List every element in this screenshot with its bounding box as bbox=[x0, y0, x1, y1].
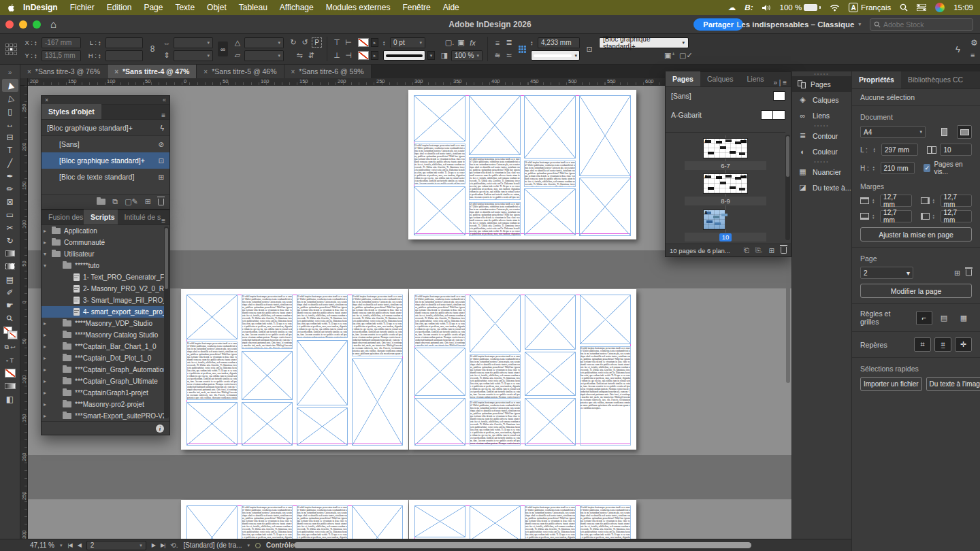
direct-selection-tool[interactable]: ▷ bbox=[2, 92, 18, 105]
wrap-options-dropdown[interactable]: ▾ bbox=[531, 50, 580, 61]
stroke-color-menu[interactable]: ▸ bbox=[371, 38, 378, 47]
preflight-menu-icon[interactable]: ⟲. bbox=[170, 541, 178, 549]
text-frame[interactable]: Ut nihil turpius hostemque persecutus ta… bbox=[580, 505, 631, 539]
chevron-right-icon[interactable]: ▸ bbox=[42, 413, 48, 419]
page[interactable]: Ut nihil turpius hostemque persecutus ta… bbox=[409, 289, 636, 450]
wrap-object-icon[interactable]: ≋ bbox=[493, 51, 502, 60]
next-page-button[interactable]: ▶ bbox=[152, 542, 155, 548]
graphic-frame[interactable] bbox=[297, 340, 348, 406]
script-folder[interactable]: ▸****Masonry_VDP_Studio bbox=[42, 318, 164, 329]
clear-overrides-icon[interactable]: ▣⁺ bbox=[664, 51, 674, 60]
script-folder[interactable]: ▸***Captain_Graph_Ultimate bbox=[42, 375, 164, 387]
margin-top-field[interactable]: 12,7 mm bbox=[880, 195, 911, 207]
chevron-right-icon[interactable]: ▸ bbox=[42, 390, 48, 396]
collapse-panel-icon[interactable]: » bbox=[2, 66, 18, 79]
distribute-v-icon[interactable]: ⊣ bbox=[344, 51, 353, 60]
graphic-frame[interactable] bbox=[470, 505, 521, 539]
page[interactable]: Ut nihil turpius hostemque persecutus ta… bbox=[409, 500, 636, 539]
menu-fenetre[interactable]: Fenêtre bbox=[396, 0, 436, 15]
panel-menu-icon[interactable]: ≡ bbox=[161, 217, 169, 224]
workspace-switcher[interactable]: Les indispensables – Classique▾ bbox=[736, 18, 861, 31]
corner-options-icon[interactable]: ▢. bbox=[445, 38, 455, 47]
tab-calques[interactable]: Calques bbox=[700, 71, 740, 86]
margin-right-field[interactable]: 12,7 mm bbox=[941, 195, 972, 207]
new-spread-icon[interactable]: ⎘. bbox=[755, 246, 763, 254]
scale-y-field[interactable]: ▾ bbox=[174, 50, 213, 61]
dock-item-calques[interactable]: ◈Calques bbox=[792, 92, 851, 107]
stroke-style-menu[interactable]: ▾ bbox=[427, 51, 435, 60]
apply-gradient-button[interactable] bbox=[2, 380, 18, 393]
page-number-dropdown[interactable]: 2▾ bbox=[860, 267, 913, 279]
ruler-origin[interactable] bbox=[20, 78, 28, 86]
dock-grip[interactable]: ••••• bbox=[792, 71, 851, 76]
text-frame[interactable]: Ut nihil turpius hostemque persecutus ta… bbox=[297, 505, 348, 539]
gear-icon[interactable]: ⚙ bbox=[970, 38, 978, 48]
collapse-icon[interactable]: « bbox=[163, 97, 166, 103]
stroke-weight-stepper[interactable]: ▴▾ bbox=[383, 40, 388, 46]
x-position-field[interactable]: -167 mm bbox=[42, 37, 81, 48]
scripts-scrollbar[interactable] bbox=[164, 227, 169, 418]
graphic-frame[interactable] bbox=[525, 352, 576, 396]
style-item-text[interactable]: [Bloc de texte standard]⊞ bbox=[42, 169, 169, 185]
object-style-dropdown[interactable]: [Bloc graphique standard]+▾ bbox=[599, 37, 689, 48]
input-source[interactable]: A Français bbox=[849, 3, 891, 12]
script-folder[interactable]: ▸Communauté bbox=[42, 237, 164, 248]
doc-height-field[interactable]: 210 mm bbox=[881, 162, 915, 174]
dock-grip[interactable]: ••••• bbox=[792, 123, 851, 128]
menu-indesign[interactable]: InDesign bbox=[17, 0, 64, 15]
info-icon[interactable]: i bbox=[156, 424, 164, 433]
canvas-horizontal-scrollbar[interactable] bbox=[294, 542, 751, 548]
orientation-portrait-button[interactable] bbox=[936, 125, 951, 139]
rectangle-tool[interactable]: ▭ bbox=[2, 208, 18, 221]
wrap-offset-stepper[interactable]: ▴▾ bbox=[531, 40, 536, 46]
close-window-button[interactable] bbox=[5, 20, 14, 29]
graphic-frame[interactable] bbox=[414, 95, 466, 141]
chevron-right-icon[interactable]: ▸ bbox=[42, 320, 48, 327]
graphic-frame[interactable] bbox=[414, 186, 466, 236]
apply-color-button[interactable] bbox=[2, 367, 18, 380]
delete-style-icon[interactable] bbox=[158, 199, 164, 205]
menubar-clock[interactable]: 15:09 bbox=[953, 3, 973, 12]
page[interactable]: Ut nihil turpius hostemque persecutus ta… bbox=[181, 289, 408, 450]
add-page-icon[interactable]: ⊞ bbox=[952, 269, 962, 278]
orientation-landscape-button[interactable] bbox=[957, 125, 972, 139]
close-icon[interactable]: × bbox=[27, 68, 31, 76]
x-stepper[interactable]: ▴▾ bbox=[35, 40, 39, 46]
dock-item-nuancier[interactable]: ▦Nuancier bbox=[792, 164, 851, 180]
quick-apply-icon[interactable]: ϟ bbox=[160, 124, 164, 132]
tab-intitule[interactable]: Intitulé de s bbox=[118, 210, 162, 224]
rotation-angle-field[interactable]: ▾ bbox=[244, 37, 284, 48]
graphic-frame[interactable] bbox=[297, 407, 348, 446]
page[interactable]: Ut nihil turpius hostemque persecutus ta… bbox=[181, 500, 408, 539]
import-file-button[interactable]: Importer un fichier bbox=[860, 377, 922, 391]
text-frame[interactable]: Ut nihil turpius hostemque persecutus ta… bbox=[470, 401, 521, 446]
dock-item-pages[interactable]: Pages bbox=[792, 76, 851, 92]
script-item[interactable]: 2- Masonry_PRO_V2_0_RC1_FR.... bbox=[42, 283, 164, 295]
style-item-none[interactable]: [Sans]⊘ bbox=[42, 136, 169, 152]
page-size-dropdown[interactable]: A4▾ bbox=[860, 126, 926, 138]
control-center-icon[interactable] bbox=[917, 4, 926, 11]
adobe-stock-search[interactable] bbox=[870, 18, 973, 31]
chevron-right-icon[interactable]: ▸ bbox=[42, 378, 48, 384]
menu-aide[interactable]: Aide bbox=[437, 0, 466, 15]
opacity-field[interactable]: 100 %▾ bbox=[451, 50, 483, 61]
text-frame[interactable]: Ut nihil turpius hostemque persecutus ta… bbox=[470, 354, 521, 399]
show-guides-button[interactable]: ⌗ bbox=[914, 337, 931, 352]
style-item-graphic-selected[interactable]: [Bloc graphique standard]+⊡ bbox=[42, 152, 169, 169]
stroke-weight-field[interactable]: 0 pt▾ bbox=[390, 37, 425, 48]
chevron-right-icon[interactable]: ▸ bbox=[42, 367, 48, 373]
chevron-down-icon[interactable]: ▾ bbox=[42, 263, 48, 269]
reference-point-proxy[interactable] bbox=[5, 44, 17, 55]
style-group-icon[interactable] bbox=[97, 199, 105, 205]
text-frame[interactable]: Ut nihil turpius hostemque persecutus ta… bbox=[242, 295, 293, 349]
distribute-h-icon[interactable]: ⊢ bbox=[344, 38, 353, 47]
effects-icon[interactable]: ▣ bbox=[457, 38, 466, 47]
spotlight-icon[interactable] bbox=[900, 3, 908, 12]
scale-x-field[interactable]: ▾ bbox=[174, 37, 213, 48]
margin-bottom-field[interactable]: 12,7 mm bbox=[880, 210, 911, 222]
battery-indicator[interactable]: 100 % bbox=[780, 3, 821, 12]
menu-affichage[interactable]: Affichage bbox=[274, 0, 320, 15]
doc-tab-2-active[interactable]: ×*Sans titre-4 @ 47% bbox=[108, 65, 197, 78]
script-folder[interactable]: ▸Application bbox=[42, 225, 164, 237]
document-grid-button[interactable]: ▦ bbox=[956, 311, 972, 325]
